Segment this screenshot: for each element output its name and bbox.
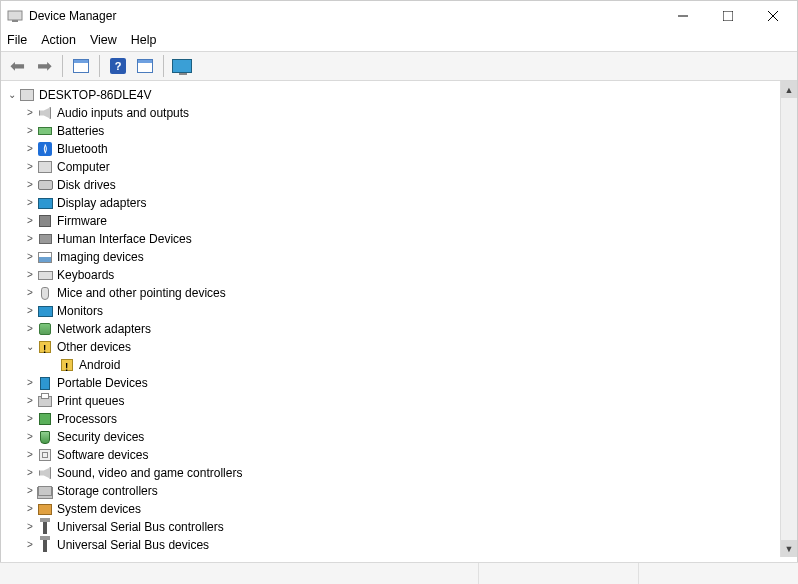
- tree-node-label: Security devices: [57, 428, 144, 446]
- tree-node-root[interactable]: ⌄DESKTOP-86DLE4V: [3, 86, 795, 104]
- scan-hardware-button[interactable]: [170, 54, 194, 78]
- scroll-down-button[interactable]: ▼: [781, 540, 797, 557]
- expand-icon[interactable]: >: [23, 536, 37, 554]
- maximize-button[interactable]: [705, 2, 750, 30]
- tree-node-sound-video-and-game-controllers[interactable]: >Sound, video and game controllers: [3, 464, 795, 482]
- tree-node-label: Keyboards: [57, 266, 114, 284]
- tree-node-label: Monitors: [57, 302, 103, 320]
- status-bar: [0, 562, 798, 584]
- mouse-icon: [37, 285, 53, 301]
- tree-node-keyboards[interactable]: >Keyboards: [3, 266, 795, 284]
- tree-node-storage-controllers[interactable]: >Storage controllers: [3, 482, 795, 500]
- tree-node-android[interactable]: Android: [3, 356, 795, 374]
- tree-node-label: Batteries: [57, 122, 104, 140]
- tree-node-label: Universal Serial Bus controllers: [57, 518, 224, 536]
- tree-node-human-interface-devices[interactable]: >Human Interface Devices: [3, 230, 795, 248]
- vertical-scrollbar[interactable]: ▲ ▼: [780, 81, 797, 557]
- expand-icon[interactable]: >: [23, 410, 37, 428]
- tree-node-imaging-devices[interactable]: >Imaging devices: [3, 248, 795, 266]
- expand-icon[interactable]: >: [23, 176, 37, 194]
- expand-icon[interactable]: >: [23, 194, 37, 212]
- toolbar-separator: [163, 55, 164, 77]
- nav-forward-button[interactable]: ➡: [32, 54, 56, 78]
- tree-node-universal-serial-bus-controllers[interactable]: >Universal Serial Bus controllers: [3, 518, 795, 536]
- portable-icon: [37, 375, 53, 391]
- tree-node-computer[interactable]: >Computer: [3, 158, 795, 176]
- keyboard-icon: [37, 267, 53, 283]
- expand-icon[interactable]: >: [23, 140, 37, 158]
- collapse-icon[interactable]: ⌄: [23, 338, 37, 356]
- collapse-icon[interactable]: ⌄: [5, 86, 19, 104]
- expand-icon[interactable]: >: [23, 302, 37, 320]
- tree-node-processors[interactable]: >Processors: [3, 410, 795, 428]
- menu-view[interactable]: View: [90, 33, 117, 47]
- tree-node-firmware[interactable]: >Firmware: [3, 212, 795, 230]
- expand-icon[interactable]: >: [23, 482, 37, 500]
- expand-icon[interactable]: >: [23, 374, 37, 392]
- expand-icon[interactable]: >: [23, 518, 37, 536]
- tree-node-label: Processors: [57, 410, 117, 428]
- tree-node-network-adapters[interactable]: >Network adapters: [3, 320, 795, 338]
- tree-node-label: System devices: [57, 500, 141, 518]
- drive-icon: [37, 177, 53, 193]
- network-icon: [37, 321, 53, 337]
- expand-icon[interactable]: >: [23, 428, 37, 446]
- tree-node-portable-devices[interactable]: >Portable Devices: [3, 374, 795, 392]
- tree-node-label: Storage controllers: [57, 482, 158, 500]
- tree-node-print-queues[interactable]: >Print queues: [3, 392, 795, 410]
- tree-node-label: Mice and other pointing devices: [57, 284, 226, 302]
- expand-icon[interactable]: >: [23, 230, 37, 248]
- tree-node-bluetooth[interactable]: >≬Bluetooth: [3, 140, 795, 158]
- menu-help[interactable]: Help: [131, 33, 157, 47]
- nav-back-button[interactable]: ⬅: [5, 54, 29, 78]
- expand-icon[interactable]: >: [23, 158, 37, 176]
- expand-icon[interactable]: >: [23, 284, 37, 302]
- software-icon: [37, 447, 53, 463]
- tree-node-batteries[interactable]: >Batteries: [3, 122, 795, 140]
- tree-node-other-devices[interactable]: ⌄Other devices: [3, 338, 795, 356]
- tree-node-software-devices[interactable]: >Software devices: [3, 446, 795, 464]
- tree-node-audio-inputs-and-outputs[interactable]: >Audio inputs and outputs: [3, 104, 795, 122]
- tree-node-security-devices[interactable]: >Security devices: [3, 428, 795, 446]
- monitor-icon: [37, 303, 53, 319]
- firmware-icon: [37, 213, 53, 229]
- expand-icon[interactable]: >: [23, 266, 37, 284]
- expand-icon[interactable]: >: [23, 104, 37, 122]
- tree-node-label: Audio inputs and outputs: [57, 104, 189, 122]
- tree-node-label: Firmware: [57, 212, 107, 230]
- usb-icon: [37, 537, 53, 553]
- minimize-button[interactable]: [660, 2, 705, 30]
- tree-node-universal-serial-bus-devices[interactable]: >Universal Serial Bus devices: [3, 536, 795, 554]
- expand-icon[interactable]: >: [23, 500, 37, 518]
- properties-button[interactable]: [133, 54, 157, 78]
- menu-file[interactable]: File: [7, 33, 27, 47]
- tree-node-label: Sound, video and game controllers: [57, 464, 242, 482]
- tree-node-label: Print queues: [57, 392, 124, 410]
- expand-icon[interactable]: >: [23, 446, 37, 464]
- window-title: Device Manager: [29, 9, 116, 23]
- tree-node-disk-drives[interactable]: >Disk drives: [3, 176, 795, 194]
- tree-node-display-adapters[interactable]: >Display adapters: [3, 194, 795, 212]
- expand-icon[interactable]: >: [23, 122, 37, 140]
- device-tree[interactable]: ⌄DESKTOP-86DLE4V>Audio inputs and output…: [1, 81, 797, 557]
- tree-node-mice-and-other-pointing-devices[interactable]: >Mice and other pointing devices: [3, 284, 795, 302]
- expand-icon[interactable]: >: [23, 464, 37, 482]
- tree-node-label: DESKTOP-86DLE4V: [39, 86, 152, 104]
- bluetooth-icon: ≬: [37, 141, 53, 157]
- system-icon: [37, 501, 53, 517]
- help-button[interactable]: ?: [106, 54, 130, 78]
- show-hide-panel-button[interactable]: [69, 54, 93, 78]
- tree-node-system-devices[interactable]: >System devices: [3, 500, 795, 518]
- menu-action[interactable]: Action: [41, 33, 76, 47]
- battery-icon: [37, 123, 53, 139]
- scroll-up-button[interactable]: ▲: [781, 81, 797, 98]
- expand-icon[interactable]: >: [23, 392, 37, 410]
- tree-node-label: Bluetooth: [57, 140, 108, 158]
- expand-icon[interactable]: >: [23, 320, 37, 338]
- expand-icon[interactable]: >: [23, 212, 37, 230]
- other-icon: [37, 339, 53, 355]
- close-button[interactable]: [750, 2, 795, 30]
- tree-node-label: Computer: [57, 158, 110, 176]
- expand-icon[interactable]: >: [23, 248, 37, 266]
- tree-node-monitors[interactable]: >Monitors: [3, 302, 795, 320]
